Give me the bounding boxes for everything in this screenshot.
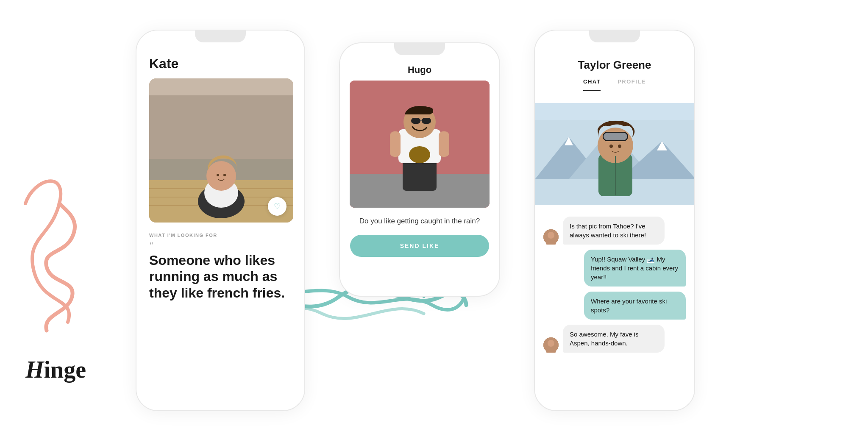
taylor-name: Taylor Greene: [545, 58, 684, 72]
svg-point-9: [206, 161, 236, 191]
svg-point-36: [618, 145, 621, 148]
svg-rect-17: [390, 131, 401, 157]
chat-header: Taylor Greene CHAT PROFILE: [535, 52, 694, 98]
svg-point-35: [609, 145, 613, 148]
message-text-2: Yup!! Squaw Valley 🎿 My friends and I re…: [591, 256, 678, 281]
tab-chat[interactable]: CHAT: [583, 78, 601, 91]
looking-for-label: WHAT I'M LOOKING FOR: [149, 233, 292, 238]
message-text-1: Is that pic from Tahoe? I've always want…: [570, 223, 646, 239]
looking-for-text: Someone who likes running as much as the…: [149, 252, 292, 301]
avatar-hugo-2: [543, 337, 559, 353]
tab-profile[interactable]: PROFILE: [618, 78, 646, 91]
svg-rect-22: [422, 118, 431, 124]
kate-name: Kate: [149, 56, 292, 72]
message-text-4: So awesome. My fave is Aspen, hands-down…: [570, 331, 639, 347]
svg-point-40: [548, 232, 554, 239]
message-row-outgoing-2: Where are your favorite ski spots?: [543, 292, 686, 320]
brand-area: Hinge: [25, 17, 119, 417]
hinge-logo: Hinge: [25, 356, 119, 383]
heart-icon: ♡: [274, 202, 281, 211]
svg-rect-38: [535, 103, 694, 120]
svg-point-10: [217, 174, 219, 176]
avatar-hugo-1: [543, 229, 559, 245]
logo-text: inge: [44, 356, 86, 383]
looking-for-section: WHAT I'M LOOKING FOR " Someone who likes…: [149, 223, 292, 308]
chat-messages: Is that pic from Tahoe? I've always want…: [535, 210, 694, 410]
phone-mockup-hugo: Hugo: [339, 42, 500, 297]
message-bubble-incoming-2: So awesome. My fave is Aspen, hands-down…: [563, 325, 665, 353]
message-row-outgoing-1: Yup!! Squaw Valley 🎿 My friends and I re…: [543, 250, 686, 287]
message-text-3: Where are your favorite ski spots?: [591, 298, 667, 314]
svg-point-11: [223, 174, 226, 176]
svg-rect-21: [411, 118, 420, 124]
svg-rect-34: [604, 133, 627, 140]
svg-point-19: [409, 146, 430, 163]
svg-point-43: [548, 340, 554, 347]
send-like-button[interactable]: SEND LIKE: [350, 235, 489, 257]
chat-tabs: CHAT PROFILE: [545, 78, 684, 91]
message-bubble-outgoing-2: Where are your favorite ski spots?: [584, 292, 686, 320]
message-bubble-incoming-1: Is that pic from Tahoe? I've always want…: [563, 217, 665, 245]
message-bubble-outgoing-1: Yup!! Squaw Valley 🎿 My friends and I re…: [584, 250, 686, 287]
message-row-incoming-2: So awesome. My fave is Aspen, hands-down…: [543, 325, 686, 353]
hugo-photo: [350, 81, 490, 208]
kate-photo: ♡: [149, 78, 293, 223]
heart-button[interactable]: ♡: [268, 197, 287, 216]
svg-rect-18: [439, 131, 449, 157]
looking-for-quote: ": [149, 241, 292, 250]
message-row-incoming-1: Is that pic from Tahoe? I've always want…: [543, 217, 686, 245]
hugo-name: Hugo: [350, 64, 489, 75]
taylor-photo: [535, 103, 694, 205]
hugo-caption: Do you like getting caught in the rain?: [359, 216, 480, 226]
phone-mockup-taylor: Taylor Greene CHAT PROFILE: [534, 30, 695, 411]
phone-mockup-kate: Kate: [136, 30, 305, 411]
logo-h: H: [25, 356, 44, 383]
